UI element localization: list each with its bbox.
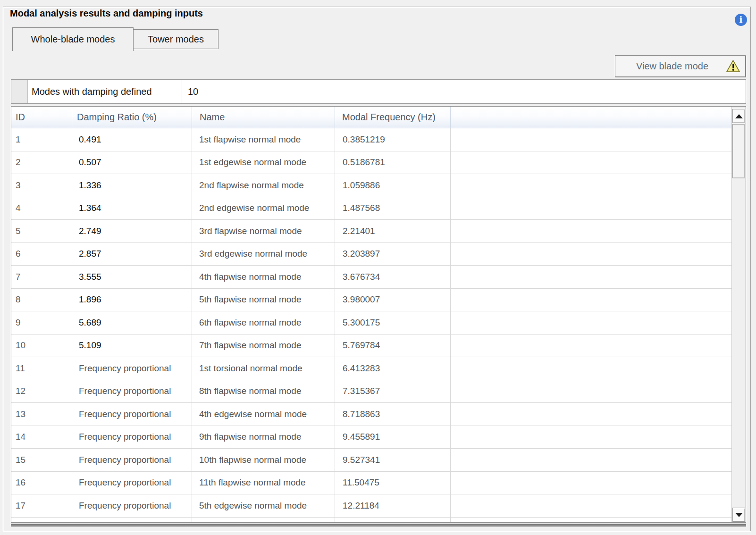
cell-damping[interactable]: 2.857 xyxy=(72,243,192,266)
cell-filler xyxy=(451,380,731,403)
up-arrow-icon xyxy=(735,114,743,118)
cell-filler xyxy=(451,403,731,426)
tab-whole-blade-modes[interactable]: Whole-blade modes xyxy=(12,27,134,51)
cell-filler xyxy=(451,357,731,380)
modes-with-damping-value[interactable]: 10 xyxy=(182,80,746,103)
cell-damping[interactable] xyxy=(72,518,192,523)
cell-freq: 12.21184 xyxy=(335,494,451,518)
table-row[interactable]: 2 0.507 1st edgewise normal mode 0.51867… xyxy=(11,151,731,175)
table-row[interactable]: 1 0.491 1st flapwise normal mode 0.38512… xyxy=(11,128,731,151)
cell-id: 3 xyxy=(11,174,72,197)
cell-damping[interactable]: 5.689 xyxy=(72,311,192,334)
cell-name: 5th edgewise normal mode xyxy=(192,494,335,518)
cell-damping[interactable]: Frequency proportional xyxy=(72,449,192,472)
cell-name: 9th flapwise normal mode xyxy=(192,426,335,449)
cell-name: 1st flapwise normal mode xyxy=(192,128,335,151)
cell-id: 14 xyxy=(11,426,72,449)
scroll-thumb[interactable] xyxy=(732,124,745,178)
table-row[interactable]: 14 Frequency proportional 9th flapwise n… xyxy=(11,426,731,449)
cell-filler xyxy=(451,426,731,449)
table-row[interactable]: 3 1.336 2nd flapwise normal mode 1.05988… xyxy=(11,174,731,197)
cell-damping[interactable]: Frequency proportional xyxy=(72,380,192,403)
cell-id: 5 xyxy=(11,220,72,243)
down-arrow-icon xyxy=(735,513,743,517)
cell-damping[interactable]: 1.336 xyxy=(72,174,192,197)
scroll-up-button[interactable] xyxy=(732,109,745,123)
cell-damping[interactable]: Frequency proportional xyxy=(72,426,192,449)
table-row[interactable]: 12 Frequency proportional 8th flapwise n… xyxy=(11,380,731,403)
table-row[interactable] xyxy=(11,518,731,523)
cell-filler xyxy=(451,311,731,334)
cell-filler xyxy=(451,174,731,197)
table-row[interactable]: 6 2.857 3rd edgewise normal mode 3.20389… xyxy=(11,243,731,266)
cell-damping[interactable]: 3.555 xyxy=(72,266,192,289)
cell-freq: 6.413283 xyxy=(335,357,451,380)
cell-id: 13 xyxy=(11,403,72,426)
table-row[interactable]: 8 1.896 5th flapwise normal mode 3.98000… xyxy=(11,289,731,312)
cell-name: 2nd edgewise normal mode xyxy=(192,197,335,220)
cell-id: 1 xyxy=(11,128,72,151)
cell-damping[interactable]: Frequency proportional xyxy=(72,357,192,380)
vertical-scrollbar[interactable] xyxy=(731,107,746,522)
table-header: ID Damping Ratio (%) Name Modal Frequenc… xyxy=(11,107,731,128)
modes-with-damping-label: Modes with damping defined xyxy=(28,80,182,103)
cell-id: 12 xyxy=(11,380,72,403)
cell-filler xyxy=(451,472,731,495)
cell-freq: 11.50475 xyxy=(335,472,451,495)
cell-damping[interactable]: Frequency proportional xyxy=(72,403,192,426)
group-title: Modal analysis results and damping input… xyxy=(7,8,206,19)
tab-tower-modes[interactable]: Tower modes xyxy=(134,29,218,49)
cell-name: 5th flapwise normal mode xyxy=(192,289,335,312)
cell-damping[interactable]: 5.109 xyxy=(72,334,192,358)
table-row[interactable]: 7 3.555 4th flapwise normal mode 3.67673… xyxy=(11,266,731,289)
cell-damping[interactable]: 1.896 xyxy=(72,289,192,312)
cell-filler xyxy=(451,289,731,312)
cell-name: 4th flapwise normal mode xyxy=(192,266,335,289)
cell-damping[interactable]: 0.507 xyxy=(72,151,192,175)
cell-filler xyxy=(451,243,731,266)
cell-name: 3rd edgewise normal mode xyxy=(192,243,335,266)
table-row[interactable]: 10 5.109 7th flapwise normal mode 5.7697… xyxy=(11,334,731,358)
table-row[interactable]: 17 Frequency proportional 5th edgewise n… xyxy=(11,494,731,518)
cell-id xyxy=(11,518,72,523)
table-row[interactable]: 13 Frequency proportional 4th edgewise n… xyxy=(11,403,731,426)
cell-freq: 2.21401 xyxy=(335,220,451,243)
view-blade-mode-button[interactable]: View blade mode xyxy=(615,55,746,77)
header-cell-modal-frequency[interactable]: Modal Frequency (Hz) xyxy=(335,107,451,128)
cell-filler xyxy=(451,334,731,358)
header-cell-id[interactable]: ID xyxy=(11,107,72,128)
modes-table-content: ID Damping Ratio (%) Name Modal Frequenc… xyxy=(11,107,731,522)
cell-id: 7 xyxy=(11,266,72,289)
cell-id: 2 xyxy=(11,151,72,175)
cell-damping[interactable]: 1.364 xyxy=(72,197,192,220)
cell-name: 1st torsional normal mode xyxy=(192,357,335,380)
tab-whole-blade-modes-label: Whole-blade modes xyxy=(31,34,115,45)
cell-name: 6th flapwise normal mode xyxy=(192,311,335,334)
cell-freq: 1.487568 xyxy=(335,197,451,220)
cell-damping[interactable]: 2.749 xyxy=(72,220,192,243)
table-row[interactable]: 16 Frequency proportional 11th flapwise … xyxy=(11,472,731,495)
cell-damping[interactable]: Frequency proportional xyxy=(72,472,192,495)
cell-damping[interactable]: Frequency proportional xyxy=(72,494,192,518)
cell-freq: 0.5186781 xyxy=(335,151,451,175)
table-row[interactable]: 5 2.749 3rd flapwise normal mode 2.21401 xyxy=(11,220,731,243)
cell-id: 10 xyxy=(11,334,72,358)
cell-damping[interactable]: 0.491 xyxy=(72,128,192,151)
table-row[interactable]: 11 Frequency proportional 1st torsional … xyxy=(11,357,731,380)
view-blade-mode-label: View blade mode xyxy=(636,61,708,72)
cell-freq: 7.315367 xyxy=(335,380,451,403)
header-cell-damping-ratio[interactable]: Damping Ratio (%) xyxy=(72,107,192,128)
cell-freq: 3.980007 xyxy=(335,289,451,312)
table-row[interactable]: 9 5.689 6th flapwise normal mode 5.30017… xyxy=(11,311,731,334)
info-icon[interactable]: i xyxy=(735,14,747,26)
table-row[interactable]: 15 Frequency proportional 10th flapwise … xyxy=(11,449,731,472)
cell-filler xyxy=(451,128,731,151)
table-row[interactable]: 4 1.364 2nd edgewise normal mode 1.48756… xyxy=(11,197,731,220)
cell-freq: 0.3851219 xyxy=(335,128,451,151)
table-body: 1 0.491 1st flapwise normal mode 0.38512… xyxy=(11,128,731,522)
cell-freq: 9.527341 xyxy=(335,449,451,472)
cell-freq: 1.059886 xyxy=(335,174,451,197)
cell-id: 4 xyxy=(11,197,72,220)
scroll-down-button[interactable] xyxy=(732,508,745,522)
header-cell-name[interactable]: Name xyxy=(192,107,335,128)
